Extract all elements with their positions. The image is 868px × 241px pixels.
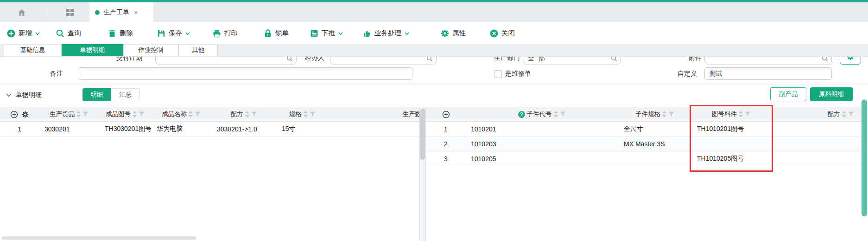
button-label: 业务处理 (374, 29, 401, 38)
right-grid-row[interactable]: 31010205TH1010205图号 (426, 151, 868, 166)
left-grid-horizontal-scrollbar[interactable] (2, 236, 196, 240)
print-button[interactable]: 打印 (212, 22, 238, 44)
properties-button[interactable]: 属性 (440, 22, 466, 44)
close-circle-icon (489, 29, 499, 38)
column-header-formula[interactable]: 配方 (771, 107, 868, 121)
cell-drawing_part[interactable]: TH1010201图号 (691, 122, 771, 136)
filter-icon[interactable] (310, 111, 316, 117)
hand-icon (362, 29, 372, 38)
cell-formula[interactable] (771, 151, 868, 166)
column-header-product_drawing[interactable]: 成品图号 (99, 107, 151, 121)
window-tab-bar: 生产工单 × (0, 2, 868, 23)
help-icon[interactable]: ? (518, 111, 525, 118)
cell-part_code[interactable]: 1010203 (465, 137, 618, 151)
sort-icon[interactable] (76, 111, 81, 117)
row-number[interactable]: 3 (426, 151, 465, 166)
cell-formula[interactable] (771, 137, 868, 151)
row-number[interactable]: 1 (426, 122, 465, 136)
cell-product_code[interactable]: 3030201 (39, 122, 99, 136)
cell-drawing_part[interactable]: TH1010205图号 (691, 151, 771, 166)
column-settings-icon[interactable] (21, 111, 29, 118)
column-header-part_spec[interactable]: 子件规格 (618, 107, 691, 121)
repair-order-checkbox[interactable] (494, 70, 502, 78)
button-label: 下推 (322, 29, 335, 38)
chevron-down-icon (185, 31, 190, 36)
sort-icon[interactable] (842, 111, 846, 117)
sort-icon[interactable] (662, 111, 666, 117)
left-grid-row[interactable]: 13030201TH3030201图号华为电脑3030201->1.015寸 (0, 122, 419, 137)
sort-icon[interactable] (189, 111, 193, 117)
column-header-label: 规格 (289, 110, 302, 118)
right-grid-row[interactable]: 21010203MX Master 3S (426, 137, 868, 151)
custom-field-label: 自定义 (667, 70, 697, 78)
cell-part_spec[interactable]: 全尺寸 (618, 122, 691, 136)
tab-job-control[interactable]: 作业控制 (123, 44, 178, 56)
document-tab-production-work-order[interactable]: 生产工单 × (89, 2, 153, 22)
home-button[interactable] (16, 7, 28, 19)
view-tab-detail[interactable]: 明细 (82, 88, 111, 101)
cell-part_spec[interactable] (618, 151, 691, 166)
cell-part_code[interactable]: 1010205 (465, 151, 618, 166)
filter-icon[interactable] (560, 111, 566, 117)
query-button[interactable]: 查询 (56, 22, 81, 44)
add-button[interactable]: 新增 (6, 22, 40, 44)
delete-button[interactable]: 删除 (108, 22, 133, 44)
apps-grid-button[interactable] (64, 7, 76, 19)
column-header-part_code[interactable]: ?子件代号 (465, 107, 618, 121)
add-row-icon[interactable] (442, 111, 450, 118)
chevron-down-icon (35, 31, 40, 36)
cell-drawing_part[interactable] (691, 137, 771, 151)
sort-icon[interactable] (245, 111, 249, 117)
business-process-button[interactable]: 业务处理 (362, 22, 410, 44)
add-row-icon[interactable] (10, 111, 18, 118)
raw-material-detail-button[interactable]: 原料明细 (810, 87, 853, 101)
remark-input[interactable] (78, 67, 412, 80)
collapse-chevron-icon[interactable] (6, 93, 12, 98)
filter-icon[interactable] (139, 111, 145, 117)
column-header-label: 生产数 (403, 110, 419, 118)
right-grid-row[interactable]: 11010201全尺寸TH1010201图号 (426, 122, 868, 137)
column-header-formula[interactable]: 配方 (211, 107, 276, 121)
cell-product_drawing[interactable]: TH3030201图号 (99, 122, 151, 136)
push-down-button[interactable]: 下推 (310, 22, 343, 44)
filter-icon[interactable] (745, 111, 751, 117)
sort-icon[interactable] (304, 111, 308, 117)
column-header-qty[interactable]: 生产数 (328, 107, 419, 121)
filter-icon[interactable] (848, 111, 854, 117)
sort-icon[interactable] (739, 111, 743, 117)
column-header-product_name[interactable]: 成品名称 (151, 107, 211, 121)
save-button[interactable]: 保存 (157, 22, 190, 44)
lock-order-button[interactable]: 锁单 (263, 22, 289, 44)
tab-bar-separator (46, 8, 46, 17)
cell-formula[interactable] (771, 122, 868, 136)
sort-icon[interactable] (133, 111, 137, 117)
column-header-spec[interactable]: 规格 (276, 107, 328, 121)
column-header-product_code[interactable]: 生产货品 (39, 107, 99, 121)
sort-icon[interactable] (554, 111, 558, 117)
cell-qty[interactable] (328, 122, 419, 136)
cell-formula[interactable]: 3030201->1.0 (211, 122, 276, 136)
printer-icon (212, 29, 222, 38)
right-grid-vertical-scrollbar[interactable] (862, 99, 867, 216)
filter-icon[interactable] (251, 111, 257, 117)
close-button[interactable]: 关闭 (489, 22, 515, 44)
tab-document-detail[interactable]: 单据明细 (62, 44, 123, 56)
cell-part_spec[interactable]: MX Master 3S (618, 137, 691, 151)
left-grid-vertical-scrollbar[interactable] (420, 109, 425, 160)
filter-icon[interactable] (668, 111, 674, 117)
view-tab-label: 明细 (91, 91, 103, 99)
cell-part_code[interactable]: 1010201 (465, 122, 618, 136)
filter-icon[interactable] (195, 111, 201, 117)
filter-icon[interactable] (82, 111, 89, 117)
cell-spec[interactable]: 15寸 (276, 122, 328, 136)
column-header-drawing_part[interactable]: 图号料件 (691, 107, 771, 121)
byproduct-button[interactable]: 副产品 (770, 87, 806, 101)
row-number[interactable]: 2 (426, 137, 465, 151)
cell-product_name[interactable]: 华为电脑 (151, 122, 211, 136)
row-number[interactable]: 1 (0, 122, 39, 136)
tab-close-icon[interactable]: × (134, 8, 138, 16)
tab-basic-info[interactable]: 基础信息 (4, 44, 62, 56)
tab-other[interactable]: 其他 (178, 44, 218, 56)
custom-field-input[interactable]: 测试 (704, 67, 832, 80)
view-tab-summary[interactable]: 汇总 (111, 88, 140, 101)
